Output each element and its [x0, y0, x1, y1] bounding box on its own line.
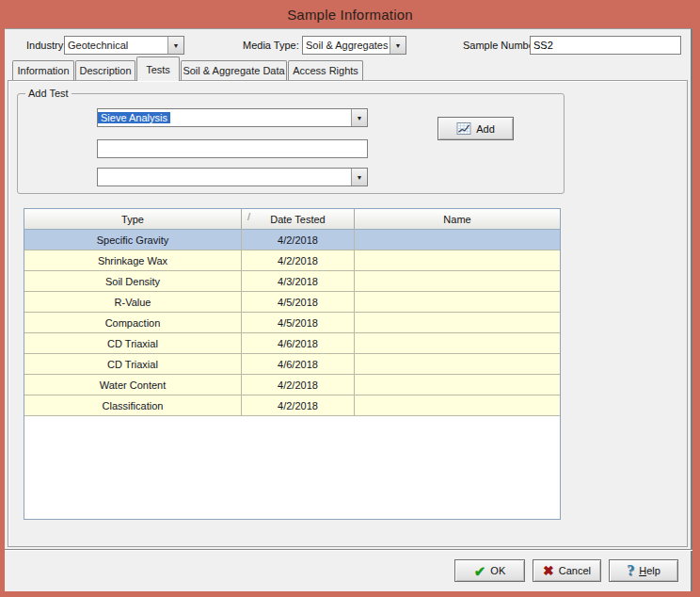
tests-table: Type / Date Tested Name Specific Gravity… [24, 208, 561, 520]
table-row[interactable]: Soil Density 4/3/2018 [24, 271, 560, 292]
add-button[interactable]: Add [438, 117, 514, 140]
table-row[interactable]: Specific Gravity 4/2/2018 [24, 230, 560, 250]
cancel-button[interactable]: ✖ Cancel [533, 559, 601, 582]
tests-table-header: Type / Date Tested Name [24, 209, 560, 230]
tab-soil-aggregate-data[interactable]: Soil & Aggregate Data [181, 60, 287, 80]
test-type-value: Sieve Analysis [98, 112, 170, 123]
dropdown-arrow-icon[interactable]: ▼ [351, 169, 367, 186]
tab-information[interactable]: Information [12, 60, 74, 80]
help-button[interactable]: ? Help [609, 559, 678, 582]
add-test-group-title: Add Test [25, 88, 72, 99]
dialog-client-area: Industry: Geotechnical ▼ Media Type: Soi… [5, 28, 692, 591]
question-mark-icon: ? [627, 563, 634, 578]
sample-information-window: Sample Information Industry: Geotechnica… [0, 0, 700, 597]
sort-indicator-icon: / [247, 211, 250, 222]
window-title: Sample Information [287, 7, 413, 23]
table-row[interactable]: Shrinkage Wax 4/2/2018 [24, 250, 560, 271]
table-row[interactable]: Classification 4/2/2018 [24, 395, 560, 416]
table-row[interactable]: Compaction 4/5/2018 [24, 313, 560, 333]
name-input[interactable] [97, 139, 368, 158]
x-icon: ✖ [543, 564, 554, 577]
table-row[interactable]: CD Triaxial 4/6/2018 [24, 333, 560, 354]
sample-number-input[interactable] [530, 36, 681, 55]
media-type-label: Media Type: [243, 40, 299, 51]
column-header-date-tested[interactable]: / Date Tested [242, 209, 355, 229]
footer-divider [5, 549, 692, 551]
title-bar: Sample Information [0, 0, 700, 28]
dropdown-arrow-icon[interactable]: ▼ [167, 37, 183, 54]
industry-value: Geotechnical [65, 40, 167, 51]
dropdown-arrow-icon[interactable]: ▼ [351, 109, 367, 126]
table-row[interactable]: CD Triaxial 4/6/2018 [24, 354, 560, 375]
column-header-type[interactable]: Type [24, 209, 242, 229]
media-type-value: Soil & Aggregates [303, 40, 390, 51]
tab-description[interactable]: Description [75, 60, 135, 80]
industry-label: Industry: [26, 40, 66, 51]
column-header-name[interactable]: Name [355, 209, 560, 229]
test-type-select[interactable]: Sieve Analysis ▼ [97, 108, 368, 127]
add-button-label: Add [476, 123, 495, 135]
tab-tests[interactable]: Tests [136, 56, 180, 81]
cancel-button-label: Cancel [559, 565, 591, 576]
ok-button[interactable]: ✔ OK [454, 559, 525, 582]
media-type-select[interactable]: Soil & Aggregates ▼ [302, 36, 406, 55]
laboratory-select[interactable]: ▼ [97, 168, 368, 186]
tab-access-rights[interactable]: Access Rights [288, 60, 363, 80]
help-button-label: Help [639, 565, 660, 576]
dropdown-arrow-icon[interactable]: ▼ [390, 37, 406, 54]
industry-select[interactable]: Geotechnical ▼ [64, 36, 184, 55]
ok-button-label: OK [490, 565, 505, 576]
chart-icon [456, 122, 471, 135]
checkmark-icon: ✔ [474, 564, 486, 578]
table-row[interactable]: Water Content 4/2/2018 [24, 375, 560, 395]
table-row[interactable]: R-Value 4/5/2018 [24, 292, 560, 313]
